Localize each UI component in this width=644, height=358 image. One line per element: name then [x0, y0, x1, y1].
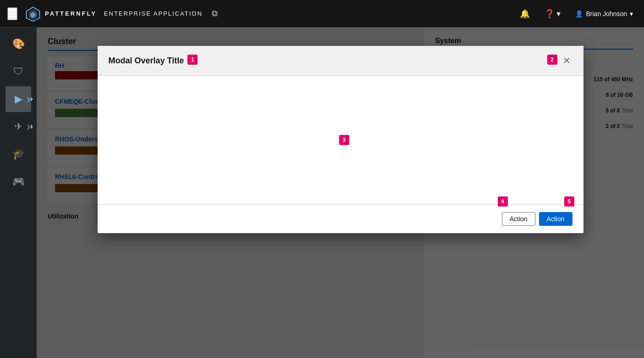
bell-icon: 🔔: [520, 9, 530, 19]
modal-title: Modal Overlay Title: [109, 56, 184, 66]
arrow-right-icon2: ❯: [27, 124, 30, 129]
nav-logo: PATTERNFLY: [25, 6, 97, 22]
notifications-button[interactable]: 🔔: [516, 7, 534, 21]
shield-icon: 🛡: [13, 66, 23, 78]
palette-icon: 🎨: [12, 38, 25, 50]
annotation-4: 4: [498, 196, 508, 207]
modal-close-button[interactable]: ✕: [561, 53, 572, 68]
graduation-icon: 🎓: [12, 148, 25, 160]
arrow-right-icon: ❯: [27, 97, 30, 102]
external-link-icon: ⧉: [212, 9, 218, 18]
annotation-5: 5: [564, 196, 574, 207]
logo-text: PATTERNFLY: [45, 10, 97, 17]
modal-footer: 4 5 Action Action: [98, 204, 583, 233]
help-icon: ❓: [545, 9, 555, 19]
sidebar-item-integrations[interactable]: 🎮: [6, 169, 31, 195]
modal-action-primary-button[interactable]: Action: [539, 212, 572, 226]
sidebar-item-deploy[interactable]: ✈ ❯: [6, 114, 31, 140]
user-name: Brian Johnson: [586, 10, 627, 17]
modal-body: 3: [98, 76, 583, 204]
sidebar-item-design[interactable]: 🎨: [6, 31, 31, 57]
modal-header: Modal Overlay Title 1 2 ✕: [98, 46, 583, 76]
close-icon: ✕: [563, 55, 571, 66]
help-button[interactable]: ❓ ▾: [541, 7, 564, 21]
annotation-3: 3: [339, 135, 349, 145]
sidebar-item-pipeline[interactable]: ▶ ❯: [6, 86, 31, 112]
user-menu[interactable]: 👤 Brian Johnson ▾: [572, 8, 637, 19]
modal-action-secondary-button[interactable]: Action: [502, 212, 535, 226]
sidebar-item-security[interactable]: 🛡: [6, 59, 31, 84]
user-chevron: ▾: [630, 10, 633, 17]
annotation-2: 2: [547, 55, 557, 65]
modal-backdrop[interactable]: Modal Overlay Title 1 2 ✕ 3 4 5 Action: [37, 28, 644, 358]
deploy-icon: ✈: [14, 121, 22, 133]
sidebar-item-learn[interactable]: 🎓: [6, 141, 31, 167]
gamepad-icon: 🎮: [12, 176, 25, 188]
user-icon: 👤: [575, 10, 583, 17]
pipeline-icon: ▶: [15, 93, 22, 105]
nav-icons: 🔔 ❓ ▾ 👤 Brian Johnson ▾: [516, 7, 637, 21]
help-chevron: ▾: [556, 9, 561, 19]
external-link-button[interactable]: ⧉: [208, 7, 221, 20]
app-name: ENTERPRISE APPLICATION: [104, 10, 203, 17]
patternfly-logo-icon: [25, 6, 41, 22]
annotation-1: 1: [187, 55, 198, 65]
modal-dialog: Modal Overlay Title 1 2 ✕ 3 4 5 Action: [98, 46, 583, 233]
hamburger-menu-button[interactable]: ☰: [7, 7, 17, 20]
main-content: Cluster RH CFMEQE-Cluster 100.0 of 200.0…: [37, 28, 644, 358]
top-navigation: ☰ PATTERNFLY ENTERPRISE APPLICATION ⧉ 🔔 …: [0, 0, 644, 28]
hamburger-icon: ☰: [8, 9, 17, 19]
sidebar: 🎨 🛡 ▶ ❯ ✈ ❯ 🎓 🎮: [0, 28, 37, 358]
